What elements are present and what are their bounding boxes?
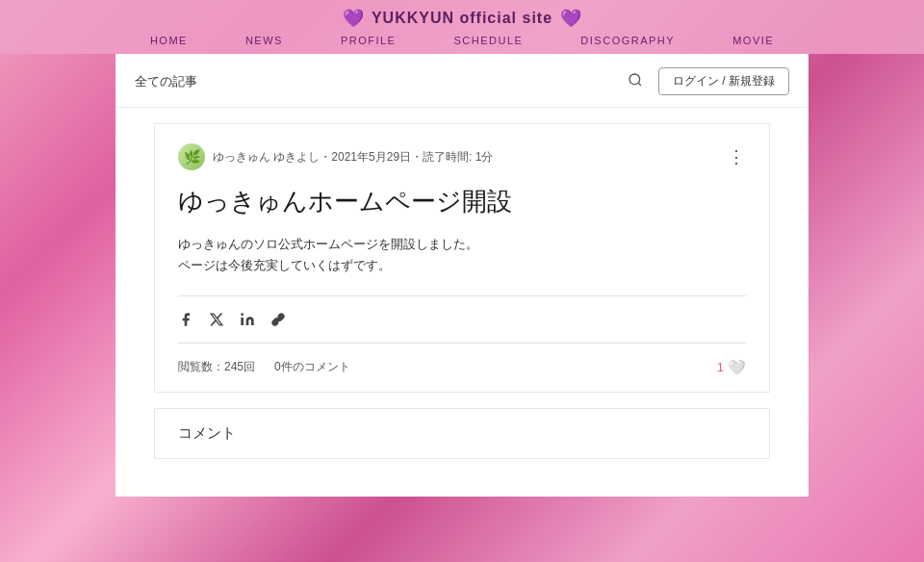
svg-point-0 [629, 74, 640, 85]
main-panel: 全ての記事 ログイン / 新規登録 🌿 ゆっきゅん ゆきよし・2021 [116, 54, 808, 497]
top-bar-right: ログイン / 新規登録 [628, 67, 789, 95]
content-area: 全ての記事 ログイン / 新規登録 🌿 ゆっきゅん ゆきよし・2021 [0, 54, 924, 497]
svg-line-1 [638, 83, 641, 86]
facebook-share-icon[interactable] [178, 312, 193, 327]
heart-icon: 🤍 [728, 359, 746, 376]
top-bar: 全ての記事 ログイン / 新規登録 [116, 54, 808, 108]
comment-title: コメント [178, 424, 236, 441]
like-count: 1 [717, 360, 724, 374]
twitter-share-icon[interactable] [209, 312, 224, 327]
body-line1: ゆっきゅんのソロ公式ホームページを開設しました。 [178, 234, 746, 255]
footer-divider [178, 343, 746, 344]
more-options-icon[interactable]: ⋮ [728, 146, 746, 167]
nav-profile[interactable]: PROFILE [341, 35, 397, 46]
site-header: 💜 YUKKYUN official site 💜 HOME NEWS PROF… [0, 0, 924, 54]
meta-left: 🌿 ゆっきゅん ゆきよし・2021年5月29日・読了時間: 1分 [178, 143, 493, 170]
search-icon[interactable] [628, 72, 643, 91]
article-card: 🌿 ゆっきゅん ゆきよし・2021年5月29日・読了時間: 1分 ⋮ ゆっきゅん… [154, 123, 770, 393]
all-articles-label[interactable]: 全ての記事 [135, 73, 197, 90]
site-title: YUKKYUN official site [372, 10, 552, 27]
login-button[interactable]: ログイン / 新規登録 [658, 67, 789, 95]
nav-movie[interactable]: MOVIE [732, 35, 774, 46]
article-footer: 閲覧数：245回 0件のコメント 1 🤍 [178, 359, 746, 376]
comment-section: コメント [154, 408, 770, 459]
link-share-icon[interactable] [270, 312, 286, 327]
svg-rect-2 [241, 318, 244, 325]
heart-left-icon: 💜 [343, 8, 364, 29]
comment-count: 0件のコメント [274, 359, 350, 375]
nav-schedule[interactable]: SCHEDULE [453, 35, 523, 46]
like-button[interactable]: 1 🤍 [717, 359, 746, 376]
svg-point-3 [241, 313, 244, 316]
article-meta: 🌿 ゆっきゅん ゆきよし・2021年5月29日・読了時間: 1分 ⋮ [178, 143, 746, 170]
nav-home[interactable]: HOME [150, 35, 188, 46]
share-bar [178, 312, 746, 327]
article-meta-text: ゆっきゅん ゆきよし・2021年5月29日・読了時間: 1分 [213, 149, 493, 166]
article-body: ゆっきゅんのソロ公式ホームページを開設しました。 ページは今後充実していくはずで… [178, 234, 746, 276]
nav-discography[interactable]: DISCOGRAPHY [580, 35, 675, 46]
linkedin-share-icon[interactable] [240, 312, 255, 327]
body-line2: ページは今後充実していくはずです。 [178, 255, 746, 276]
heart-right-icon: 💜 [560, 8, 581, 29]
title-bar: 💜 YUKKYUN official site 💜 [0, 0, 924, 35]
author-avatar: 🌿 [178, 143, 205, 170]
article-title: ゆっきゅんホームページ開設 [178, 186, 746, 218]
nav-news[interactable]: NEWS [245, 35, 283, 46]
view-count: 閲覧数：245回 [178, 359, 255, 375]
footer-stats: 閲覧数：245回 0件のコメント [178, 359, 350, 375]
divider [178, 295, 746, 296]
nav-bar: HOME NEWS PROFILE SCHEDULE DISCOGRAPHY M… [0, 35, 924, 54]
